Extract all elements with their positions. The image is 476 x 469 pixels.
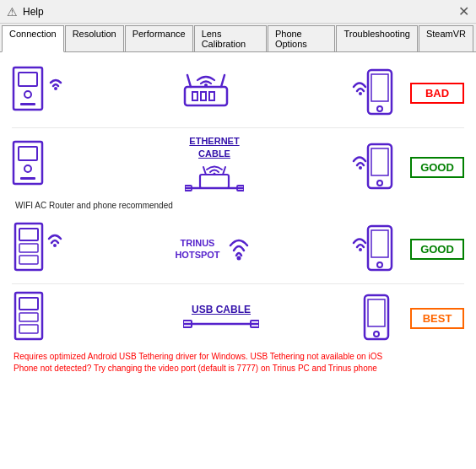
phone-group-3	[349, 222, 400, 277]
svg-line-23	[223, 167, 225, 175]
connection-row-best: USB CABLE BEST	[12, 284, 464, 376]
svg-point-4	[54, 87, 57, 90]
pc-icon-2	[12, 140, 79, 195]
svg-rect-17	[19, 147, 37, 160]
ethernet-cable-group: ETHERNETCABLE	[79, 135, 349, 201]
svg-point-11	[204, 84, 208, 87]
phone-group-4	[363, 291, 400, 346]
pc-icon-1	[12, 66, 79, 121]
svg-rect-43	[19, 313, 38, 321]
svg-rect-42	[19, 298, 38, 310]
svg-rect-3	[20, 103, 35, 105]
svg-point-24	[214, 172, 216, 175]
wifi-note: WIFI AC Router and phone recommended	[12, 201, 464, 210]
badge-good-1: GOOD	[410, 157, 464, 178]
usb-note: Requires optimized Android USB Tethering…	[12, 349, 464, 376]
window-icon: ⚠	[7, 5, 18, 19]
svg-rect-44	[19, 325, 38, 333]
svg-point-50	[374, 332, 379, 337]
svg-point-35	[53, 244, 57, 247]
connection-row-bad: BAD	[12, 59, 464, 128]
svg-rect-49	[368, 299, 385, 326]
svg-rect-6	[192, 92, 197, 100]
phone-group-2	[349, 140, 400, 195]
tab-performance[interactable]: Performance	[125, 25, 193, 51]
tab-troubleshooting[interactable]: Troubleshooting	[336, 25, 417, 51]
window-title: Help	[23, 6, 44, 18]
phone-group-1	[349, 66, 400, 121]
router-icon-1	[79, 70, 349, 116]
svg-point-12	[359, 92, 362, 95]
svg-line-22	[203, 167, 206, 175]
tab-lens-calibration[interactable]: Lens Calibration	[194, 25, 267, 51]
svg-point-15	[377, 106, 382, 111]
badge-bad: BAD	[410, 83, 464, 104]
connection-row-good-2: TRINUSHOTSPOT GOOD	[12, 215, 464, 284]
hotspot-label-group: TRINUSHOTSPOT	[79, 230, 349, 268]
svg-point-36	[236, 256, 241, 260]
svg-rect-29	[371, 148, 388, 175]
svg-rect-14	[371, 74, 388, 101]
svg-rect-34	[19, 256, 38, 264]
badge-best: BEST	[410, 308, 464, 329]
svg-line-10	[221, 75, 224, 87]
svg-rect-33	[19, 244, 38, 252]
svg-point-27	[359, 166, 362, 170]
main-content: BAD ETHERNETCABLE	[0, 52, 476, 469]
svg-rect-32	[19, 229, 38, 240]
svg-point-40	[377, 262, 382, 267]
tab-bar: Connection Resolution Performance Lens C…	[0, 24, 476, 52]
pc-icon-4	[12, 291, 79, 346]
svg-point-37	[359, 248, 362, 251]
tab-phone-options[interactable]: Phone Options	[268, 25, 336, 51]
svg-point-2	[24, 91, 31, 98]
tab-resolution[interactable]: Resolution	[65, 25, 124, 51]
svg-line-9	[187, 75, 191, 87]
svg-rect-19	[20, 177, 35, 180]
tab-steamvr[interactable]: SteamVR	[419, 25, 473, 51]
svg-rect-8	[209, 92, 214, 100]
svg-rect-7	[201, 92, 206, 100]
connection-row-good-1: ETHERNETCABLE	[12, 128, 464, 210]
svg-point-18	[24, 165, 31, 172]
title-bar: ⚠ Help ✕	[0, 0, 476, 24]
tab-connection[interactable]: Connection	[2, 25, 64, 52]
usb-label: USB CABLE	[192, 304, 251, 315]
usb-cable-group: USB CABLE	[79, 304, 363, 332]
close-button[interactable]: ✕	[458, 5, 469, 19]
ethernet-label: ETHERNETCABLE	[189, 135, 239, 161]
svg-rect-21	[200, 175, 229, 188]
badge-good-2: GOOD	[410, 239, 464, 260]
svg-rect-1	[19, 73, 37, 86]
hotspot-label: TRINUSHOTSPOT	[175, 237, 219, 261]
svg-point-30	[377, 181, 382, 186]
svg-rect-39	[371, 230, 388, 257]
pc-icon-3	[12, 222, 79, 277]
